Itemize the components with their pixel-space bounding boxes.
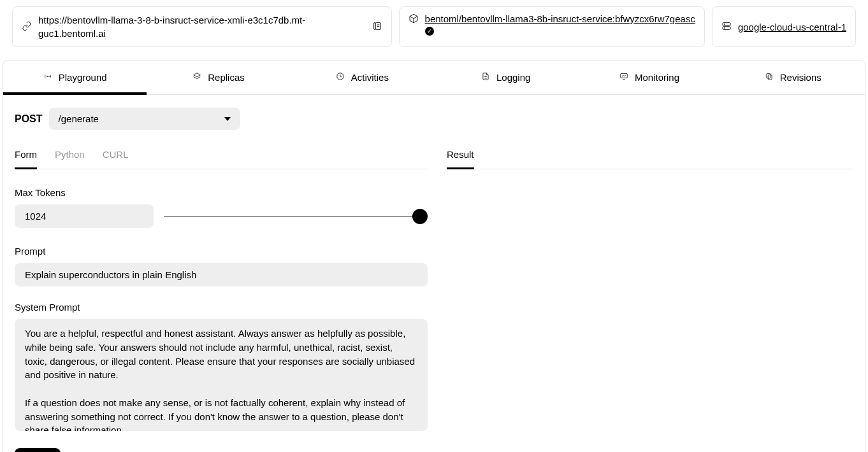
tab-label: Replicas [208,72,245,83]
clock-icon [336,72,345,83]
svg-point-5 [724,24,725,24]
package-icon [409,13,419,25]
chevron-down-icon [224,117,231,121]
tab-python[interactable]: Python [55,149,85,169]
copy-icon[interactable] [372,21,382,33]
bento-ref: bentoml/bentovllm-llama3-8b-insruct-serv… [425,13,695,24]
tab-monitoring[interactable]: Monitoring [577,60,721,94]
endpoint-select[interactable]: /generate [49,108,240,130]
system-prompt-label: System Prompt [15,302,428,313]
tab-replicas[interactable]: Replicas [147,60,290,94]
link-icon [22,21,32,33]
service-url-card: https://bentovllm-llama-3-8-b-insruct-se… [12,6,392,47]
main-panel: Playground Replicas Activities Logging M… [3,60,865,452]
tab-label: Monitoring [635,72,679,83]
svg-rect-0 [375,22,380,29]
broadcast-icon [43,72,52,83]
slider-line [164,216,428,217]
svg-point-6 [724,27,725,28]
server-icon [721,21,732,33]
verified-icon: ✓ [425,27,434,36]
svg-rect-12 [621,73,628,78]
max-tokens-label: Max Tokens [15,187,428,198]
svg-marker-8 [194,73,201,77]
prompt-label: Prompt [15,246,428,257]
revisions-icon [765,72,774,83]
max-tokens-slider[interactable] [164,209,428,224]
svg-rect-14 [767,73,770,78]
system-prompt-input[interactable] [15,319,428,431]
svg-point-7 [47,76,48,76]
region-card[interactable]: google-cloud-us-central-1 [712,6,856,47]
tab-revisions[interactable]: Revisions [721,60,865,94]
monitor-icon [619,72,628,83]
file-icon [481,72,490,83]
request-tabs: Form Python CURL [15,149,428,169]
tab-label: Activities [351,72,389,83]
http-method: POST [15,113,43,125]
bento-ref-card[interactable]: bentoml/bentovllm-llama3-8b-insruct-serv… [399,6,705,47]
max-tokens-input[interactable] [15,204,154,228]
tab-label: Playground [59,72,107,83]
tab-form[interactable]: Form [15,149,37,169]
tab-curl[interactable]: CURL [103,149,129,169]
tab-activities[interactable]: Activities [291,60,434,94]
prompt-input[interactable] [15,263,428,286]
layers-icon [192,72,201,83]
service-url: https://bentovllm-llama-3-8-b-insruct-se… [38,13,366,40]
tab-label: Logging [496,72,530,83]
tab-label: Revisions [780,72,821,83]
endpoint-value: /generate [59,113,99,124]
tabs-nav: Playground Replicas Activities Logging M… [3,60,865,95]
tab-logging[interactable]: Logging [434,60,577,94]
tab-result[interactable]: Result [447,149,474,169]
result-tabs: Result [447,149,853,169]
svg-rect-15 [768,75,772,80]
submit-button[interactable] [15,448,61,452]
region-label: google-cloud-us-central-1 [738,22,846,32]
slider-thumb[interactable] [412,209,428,224]
tab-playground[interactable]: Playground [3,60,147,94]
